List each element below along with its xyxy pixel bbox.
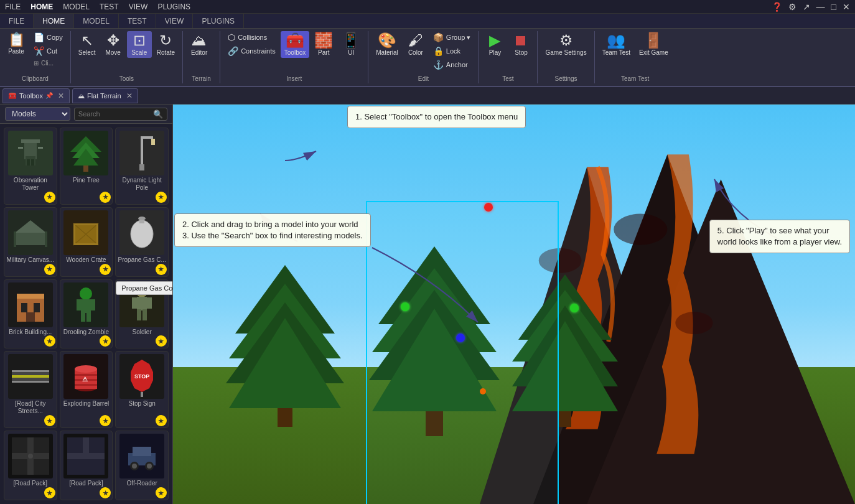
ribbon-content: 📋 Paste 📄Copy ✂️Cut ⊞Cli... Clipboard	[0, 29, 855, 86]
model-dynamic-light-pole[interactable]: ★ Dynamic Light Pole	[115, 128, 169, 205]
share-icon[interactable]: ↗	[803, 2, 810, 12]
model-observation-tower[interactable]: ★ Observation Tower	[4, 128, 57, 205]
menu-view[interactable]: VIEW	[129, 2, 148, 11]
menu-test[interactable]: TEST	[100, 2, 119, 11]
model-road-pack-2[interactable]: ★ [Road Pack]	[60, 431, 113, 500]
svg-rect-48	[12, 375, 49, 378]
model-brick-building[interactable]: ★ Brick Building...	[4, 279, 57, 349]
model-military-canvas[interactable]: ★ Military Canvas...	[4, 207, 57, 277]
model-road-pack-1[interactable]: ★ [Road Pack]	[4, 431, 57, 500]
model-drooling-zombie[interactable]: ★ Drooling Zombie	[60, 279, 113, 349]
stop-button[interactable]: ⏹ Stop	[508, 31, 533, 58]
collisions-button[interactable]: ⬡Collisions	[224, 31, 279, 44]
model-pine-tree[interactable]: ★ Pine Tree	[60, 128, 113, 205]
model-soldier[interactable]: ★ Soldier	[115, 279, 169, 349]
tab-plugins[interactable]: PLUGINS	[193, 14, 244, 28]
team-test-button[interactable]: 👥 Team Test	[599, 31, 634, 58]
menu-plugins[interactable]: PLUGINS	[157, 2, 190, 11]
test-label: Test	[482, 74, 533, 83]
model-name: Soldier	[133, 329, 152, 336]
svg-rect-34	[26, 312, 35, 322]
handle-orange-bottom	[480, 388, 486, 394]
settings-icon[interactable]: ⚙	[788, 2, 797, 12]
model-badge: ★	[156, 335, 167, 347]
model-road-city[interactable]: ★ [Road] City Streets...	[4, 351, 57, 428]
toolbox-tab-close[interactable]: ✕	[58, 91, 64, 100]
tab-view[interactable]: VIEW	[156, 14, 194, 28]
model-badge: ★	[100, 335, 111, 347]
svg-point-35	[80, 287, 92, 300]
window-maximize[interactable]: □	[831, 2, 836, 12]
move-button[interactable]: ✥ Move	[101, 31, 126, 58]
toolbox-button[interactable]: 🧰 Toolbox	[281, 31, 309, 58]
tab-model[interactable]: MODEL	[74, 14, 119, 28]
tab-test[interactable]: TEST	[119, 14, 156, 28]
constraints-button[interactable]: 🔗Constraints	[224, 45, 279, 57]
viewport[interactable]: 1. Select "Toolbox" to open the Toolbox …	[173, 105, 855, 504]
part-button[interactable]: 🧱 Part	[311, 31, 337, 58]
model-name: Propane Gas C...	[118, 256, 166, 264]
window-close[interactable]: ✕	[843, 2, 850, 12]
select-button[interactable]: ↖ Select	[75, 31, 100, 58]
ribbon-group-tools: ↖ Select ✥ Move ⊡ Scale ↻ Rotate Tools	[71, 31, 183, 83]
exit-game-button[interactable]: 🚪 Exit Game	[635, 31, 672, 58]
svg-rect-11	[141, 136, 143, 164]
model-badge: ★	[100, 487, 111, 498]
color-button[interactable]: 🖌 Color	[403, 31, 428, 58]
handle-green-right	[570, 304, 579, 312]
paste-button[interactable]: 📋 Paste	[4, 31, 29, 57]
ui-button[interactable]: 📱 UI	[338, 31, 364, 58]
lock-button[interactable]: 🔒Lock	[429, 45, 475, 57]
model-badge: ★	[156, 415, 167, 426]
cut-button[interactable]: ✂️Cut	[30, 45, 67, 57]
terrain-editor-button[interactable]: ⛰ Editor	[187, 31, 212, 58]
selection-box	[366, 201, 559, 504]
svg-rect-69	[133, 447, 151, 456]
rotate-button[interactable]: ↻ Rotate	[153, 31, 179, 58]
ribbon-group-test: ▶ Play ⏹ Stop Test	[479, 31, 538, 83]
window-minimize[interactable]: —	[816, 2, 825, 12]
svg-rect-40	[86, 312, 91, 322]
menu-file[interactable]: FILE	[5, 2, 21, 11]
svg-rect-18	[45, 231, 47, 247]
copy-button[interactable]: 📄Copy	[30, 31, 67, 44]
svg-rect-31	[17, 294, 44, 299]
model-stop-sign[interactable]: STOP ★ Stop Sign	[115, 351, 169, 428]
menu-home[interactable]: HOME	[30, 2, 53, 11]
svg-rect-46	[142, 309, 147, 320]
model-name: Military Canvas...	[6, 256, 54, 264]
help-icon[interactable]: ❓	[772, 2, 782, 12]
model-name: Pine Tree	[73, 177, 100, 184]
insert-label: Insert	[224, 74, 364, 83]
play-button[interactable]: ▶ Play	[482, 31, 507, 58]
svg-point-41	[136, 286, 147, 297]
model-badge: ★	[156, 264, 167, 275]
callout-play-line2: world looks like from a player view.	[717, 236, 842, 248]
svg-rect-56	[75, 384, 97, 386]
clipboard-item-3[interactable]: ⊞Cli...	[30, 58, 67, 68]
toolbox-tab[interactable]: 🧰 Toolbox 📌 ✕	[2, 88, 70, 103]
search-input[interactable]	[78, 110, 153, 118]
game-settings-button[interactable]: ⚙ Game Settings	[541, 31, 590, 58]
model-wooden-crate[interactable]: ★ Wooden Crate	[60, 207, 113, 277]
flat-terrain-tab-close[interactable]: ✕	[126, 91, 133, 100]
tab-home[interactable]: HOME	[34, 14, 74, 28]
flat-terrain-tab[interactable]: ⛰ Flat Terrain ✕	[72, 88, 138, 103]
model-propane-gas[interactable]: ★ Propane Gas C... Propane Gas Container	[115, 207, 169, 277]
model-off-roader[interactable]: ★ Off-Roader	[115, 431, 169, 500]
search-box[interactable]: 🔍	[74, 108, 167, 121]
callout-play-line1: 5. Click "Play" to see what your	[717, 225, 842, 236]
menu-model[interactable]: MODEL	[63, 2, 90, 11]
model-exploding-barrel[interactable]: ⚠ ★ Exploding Barrel	[60, 351, 113, 428]
group-button[interactable]: 📦Group ▾	[429, 31, 475, 44]
model-badge: ★	[44, 192, 55, 203]
callout-drag-line2: 3. Use the "Search" box to find interest…	[182, 230, 363, 241]
category-select[interactable]: Models Meshes Images Audio	[5, 107, 70, 121]
material-button[interactable]: 🎨 Material	[372, 31, 402, 58]
anchor-button[interactable]: ⚓Anchor	[429, 58, 475, 71]
tab-file[interactable]: FILE	[0, 14, 34, 28]
svg-rect-39	[81, 312, 85, 322]
toolbox-pin-icon[interactable]: 📌	[45, 92, 53, 99]
svg-rect-25	[96, 223, 98, 245]
scale-button[interactable]: ⊡ Scale	[127, 31, 152, 58]
